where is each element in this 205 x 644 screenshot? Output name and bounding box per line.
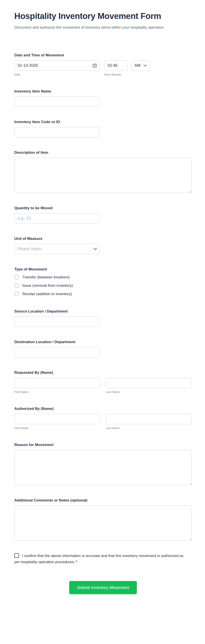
radio-option-issue[interactable]: Issue (removal from inventory)	[14, 283, 192, 288]
description-textarea[interactable]	[14, 158, 192, 193]
form-header: Hospitality Inventory Movement Form Docu…	[0, 0, 205, 41]
comments-textarea[interactable]	[14, 506, 192, 541]
radio-button-icon[interactable]	[14, 283, 19, 288]
quantity-input[interactable]	[14, 213, 100, 224]
movement-type-label: Type of Movement	[14, 267, 192, 272]
comments-label: Additional Comments or Notes (optional)	[14, 498, 192, 502]
radio-button-icon[interactable]	[14, 292, 19, 296]
submit-button[interactable]: Submit Inventory Movement	[69, 581, 137, 594]
chevron-down-icon	[94, 248, 97, 250]
requested-by-row: First Name Last Name	[14, 378, 192, 394]
field-item-name: Inventory Item Name	[14, 89, 192, 107]
ampm-select-wrap: AM	[131, 60, 150, 71]
date-sublabel: Date	[14, 73, 100, 76]
field-date-time: Date and Time of Movement Date Hour Minu…	[14, 53, 192, 76]
confirmation-text: I confirm that the above information is …	[14, 554, 183, 564]
field-source-location: Source Location / Department	[14, 309, 192, 327]
date-time-row: Date Hour Minutes AM	[14, 60, 192, 76]
time-sublabel: Hour Minutes	[104, 73, 128, 76]
item-code-input[interactable]	[14, 127, 100, 138]
unit-selected-value: Please Select	[18, 247, 42, 251]
checkbox-icon[interactable]	[14, 553, 19, 558]
authorized-first-name-input[interactable]	[14, 414, 100, 424]
page-title: Hospitality Inventory Movement Form	[14, 12, 191, 21]
unit-select[interactable]: Please Select	[14, 244, 100, 254]
field-destination-location: Destination Location / Department	[14, 340, 192, 358]
submit-area: Submit Inventory Movement	[14, 572, 192, 594]
last-name-sublabel: Last Name	[106, 390, 192, 394]
field-movement-type: Type of Movement Transfer (between locat…	[14, 267, 192, 296]
authorized-by-row: First Name Last Name	[14, 414, 192, 430]
destination-location-input[interactable]	[14, 347, 100, 358]
item-code-label: Inventory Item Code or ID	[14, 120, 192, 124]
confirmation-label[interactable]: I confirm that the above information is …	[14, 553, 188, 565]
chevron-down-icon	[143, 64, 147, 66]
reason-label: Reason for Movement	[14, 443, 192, 447]
field-authorized-by: Authorized By (Name) First Name Last Nam…	[14, 406, 192, 430]
time-input-wrap: Hour Minutes	[104, 60, 128, 76]
destination-location-label: Destination Location / Department	[14, 340, 192, 344]
movement-type-options: Transfer (between locations) Issue (remo…	[14, 274, 192, 296]
date-time-label: Date and Time of Movement	[14, 53, 192, 58]
requested-last-name-input[interactable]	[106, 378, 192, 388]
radio-option-label: Issue (removal from inventory)	[22, 284, 73, 288]
quantity-label: Quantity to be Moved	[14, 206, 192, 210]
radio-option-label: Transfer (between locations)	[22, 275, 70, 280]
requested-last-wrap: Last Name	[106, 378, 192, 394]
date-input[interactable]	[14, 60, 100, 71]
field-reason: Reason for Movement	[14, 443, 192, 485]
calendar-icon[interactable]	[92, 63, 97, 68]
radio-option-receipt[interactable]: Receipt (addition to inventory)	[14, 292, 192, 296]
item-name-input[interactable]	[14, 96, 100, 107]
first-name-sublabel: First Name	[14, 390, 100, 394]
form-body: Date and Time of Movement Date Hour Minu…	[0, 41, 205, 594]
description-label: Description of Item	[14, 150, 192, 155]
field-description: Description of Item	[14, 150, 192, 193]
requested-first-wrap: First Name	[14, 378, 100, 394]
ampm-select[interactable]: AM	[131, 60, 150, 71]
first-name-sublabel: First Name	[14, 426, 100, 430]
radio-option-transfer[interactable]: Transfer (between locations)	[14, 275, 192, 280]
time-input[interactable]	[104, 60, 128, 71]
field-item-code: Inventory Item Code or ID	[14, 120, 192, 138]
reason-textarea[interactable]	[14, 450, 192, 485]
source-location-label: Source Location / Department	[14, 309, 192, 314]
radio-option-label: Receipt (addition to inventory)	[22, 292, 72, 296]
requested-first-name-input[interactable]	[14, 378, 100, 388]
field-comments: Additional Comments or Notes (optional)	[14, 498, 192, 541]
field-requested-by: Requested By (Name) First Name Last Name	[14, 370, 192, 394]
source-location-input[interactable]	[14, 316, 100, 327]
required-asterisk: *	[76, 560, 77, 564]
date-input-wrap: Date	[14, 60, 100, 76]
field-unit: Unit of Measure Please Select	[14, 236, 192, 254]
radio-button-icon[interactable]	[14, 275, 19, 280]
unit-label: Unit of Measure	[14, 236, 192, 241]
page-subtitle: Document and authorize the movement of i…	[14, 24, 173, 30]
authorized-by-label: Authorized By (Name)	[14, 406, 192, 411]
item-name-label: Inventory Item Name	[14, 89, 192, 94]
requested-by-label: Requested By (Name)	[14, 370, 192, 375]
authorized-first-wrap: First Name	[14, 414, 100, 430]
authorized-last-name-input[interactable]	[106, 414, 192, 424]
field-confirmation: I confirm that the above information is …	[14, 553, 192, 565]
ampm-selected-value: AM	[134, 63, 140, 68]
field-quantity: Quantity to be Moved	[14, 206, 192, 224]
last-name-sublabel: Last Name	[106, 426, 192, 430]
authorized-last-wrap: Last Name	[106, 414, 192, 430]
